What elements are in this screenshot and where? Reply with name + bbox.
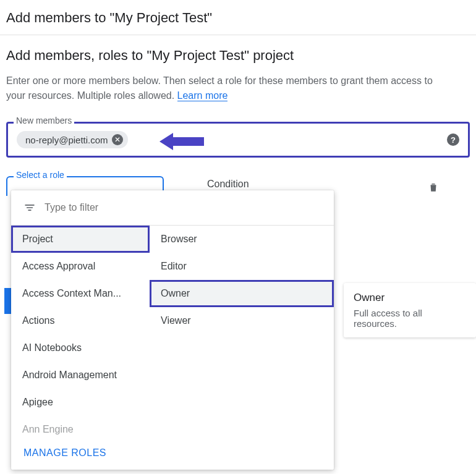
filter-row: [11, 190, 334, 226]
role-select-label: Select a role: [14, 170, 67, 180]
role-item-browser[interactable]: Browser: [150, 226, 334, 253]
category-item[interactable]: Ann Engine: [11, 416, 150, 436]
help-icon[interactable]: ?: [447, 133, 459, 146]
role-item-owner[interactable]: Owner: [150, 280, 334, 307]
role-dropdown-panel: Project Access Approval Access Context M…: [11, 190, 334, 470]
dropdown-footer: MANAGE ROLES: [11, 436, 334, 470]
member-chip: no-reply@pietti.com ✕: [17, 131, 128, 148]
category-item[interactable]: AI Notebooks: [11, 334, 150, 362]
role-tooltip: Owner Full access to all resources.: [344, 283, 476, 337]
category-item[interactable]: Access Approval: [11, 253, 150, 280]
dropdown-columns: Project Access Approval Access Context M…: [11, 226, 334, 436]
member-chip-label: no-reply@pietti.com: [25, 135, 108, 145]
tooltip-body: Full access to all resources.: [354, 308, 466, 329]
role-item-editor[interactable]: Editor: [150, 253, 334, 280]
manage-roles-button[interactable]: MANAGE ROLES: [23, 447, 106, 458]
section-heading: Add members, roles to "My Project Test" …: [6, 48, 470, 64]
remove-chip-icon[interactable]: ✕: [112, 134, 123, 145]
learn-more-link[interactable]: Learn more: [177, 90, 228, 101]
category-item[interactable]: Access Context Man...: [11, 280, 150, 307]
category-item[interactable]: Android Management: [11, 362, 150, 389]
condition-label: Condition: [207, 179, 249, 190]
category-item-project[interactable]: Project: [11, 226, 150, 253]
dialog-title: Add members to "My Project Test": [0, 0, 476, 35]
tooltip-title: Owner: [354, 292, 466, 304]
new-members-input-box[interactable]: no-reply@pietti.com ✕ ?: [6, 122, 470, 158]
role-list: Browser Editor Owner Viewer: [150, 226, 334, 436]
dialog-content: Add members, roles to "My Project Test" …: [0, 35, 476, 202]
new-members-label: New members: [14, 116, 74, 125]
section-description: Enter one or more members below. Then se…: [6, 74, 439, 103]
new-members-field: New members no-reply@pietti.com ✕ ?: [6, 122, 470, 158]
filter-input[interactable]: [45, 202, 321, 213]
delete-role-button[interactable]: [428, 181, 439, 196]
category-list[interactable]: Project Access Approval Access Context M…: [11, 226, 150, 436]
category-item[interactable]: Apigee: [11, 389, 150, 416]
category-item[interactable]: Actions: [11, 307, 150, 334]
trash-icon: [428, 181, 439, 193]
role-item-viewer[interactable]: Viewer: [150, 307, 334, 334]
filter-icon: [23, 201, 36, 214]
